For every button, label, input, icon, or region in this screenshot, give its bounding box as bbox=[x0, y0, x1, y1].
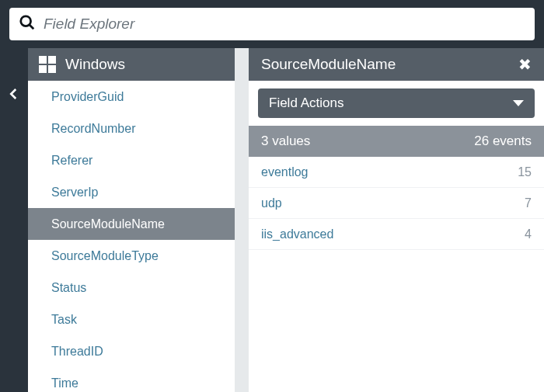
events-count-label: 26 events bbox=[474, 134, 532, 149]
caret-down-icon bbox=[513, 100, 524, 106]
sidebar-title: Windows bbox=[65, 56, 125, 73]
value-name: iis_advanced bbox=[261, 227, 333, 241]
sidebar-header: Windows bbox=[28, 48, 235, 81]
values-summary: 3 values 26 events bbox=[249, 126, 544, 157]
left-rail bbox=[0, 48, 28, 392]
field-item[interactable]: Task bbox=[28, 304, 235, 335]
detail-title: SourceModuleName bbox=[261, 56, 396, 73]
field-item[interactable]: ProviderGuid bbox=[28, 81, 235, 113]
value-count: 7 bbox=[525, 196, 532, 210]
field-item[interactable]: SourceModuleName bbox=[28, 208, 235, 240]
svg-line-1 bbox=[30, 25, 34, 29]
field-item[interactable]: ServerIp bbox=[28, 176, 235, 208]
value-row[interactable]: eventlog15 bbox=[249, 157, 544, 188]
field-actions-dropdown[interactable]: Field Actions bbox=[258, 88, 535, 118]
value-count: 15 bbox=[518, 165, 532, 179]
detail-header: SourceModuleName ✖ bbox=[249, 48, 544, 81]
panel-divider bbox=[235, 48, 249, 392]
svg-point-0 bbox=[21, 16, 31, 26]
back-button[interactable] bbox=[7, 87, 21, 104]
field-item[interactable]: ThreadID bbox=[28, 335, 235, 367]
value-name: eventlog bbox=[261, 165, 309, 179]
value-list: eventlog15udp7iis_advanced4 bbox=[249, 157, 544, 392]
search-input[interactable] bbox=[44, 16, 525, 33]
value-row[interactable]: udp7 bbox=[249, 188, 544, 219]
windows-icon bbox=[39, 56, 56, 73]
search-icon bbox=[19, 14, 36, 34]
field-actions-label: Field Actions bbox=[269, 95, 343, 111]
value-count: 4 bbox=[525, 227, 532, 241]
field-sidebar: Windows ProviderGuidRecordNumberRefererS… bbox=[28, 48, 235, 392]
close-icon[interactable]: ✖ bbox=[518, 55, 532, 74]
field-item[interactable]: SourceModuleType bbox=[28, 240, 235, 272]
field-item[interactable]: RecordNumber bbox=[28, 113, 235, 144]
field-item[interactable]: Referer bbox=[28, 144, 235, 176]
field-item[interactable]: Status bbox=[28, 272, 235, 304]
field-item[interactable]: Time bbox=[28, 367, 235, 392]
values-count-label: 3 values bbox=[261, 134, 310, 149]
value-row[interactable]: iis_advanced4 bbox=[249, 219, 544, 250]
detail-panel: SourceModuleName ✖ Field Actions 3 value… bbox=[249, 48, 544, 392]
actions-row: Field Actions bbox=[249, 81, 544, 126]
field-list: ProviderGuidRecordNumberRefererServerIpS… bbox=[28, 81, 235, 392]
value-name: udp bbox=[261, 196, 282, 210]
top-bar bbox=[0, 0, 544, 48]
search-container[interactable] bbox=[9, 8, 535, 40]
chevron-left-icon bbox=[7, 90, 21, 103]
